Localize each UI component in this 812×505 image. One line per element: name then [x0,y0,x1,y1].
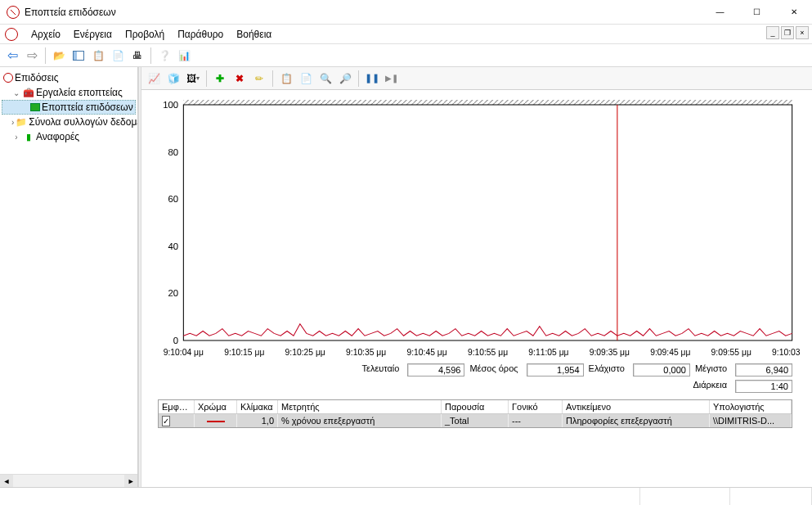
legend-row[interactable]: ✓ 1,0 % χρόνου επεξεργαστή _Total --- Πλ… [159,414,792,427]
tree-node2-label: Σύνολα συλλογών δεδομένων [29,116,138,128]
col-counter[interactable]: Μετρητής [278,400,442,413]
props-icon: 🔍 [320,73,332,84]
delete-counter-button[interactable]: ✖ [231,70,249,88]
tree-root[interactable]: Επιδόσεις [2,70,136,85]
step-icon: ▶❚ [385,74,398,83]
svg-text:9:10:35 μμ: 9:10:35 μμ [346,348,386,357]
counter-color-swatch [207,421,225,422]
counter-properties-button[interactable]: 🔍 [316,70,334,88]
update-button[interactable]: ▶❚ [383,70,401,88]
col-color[interactable]: Χρώμα [195,400,237,413]
row-counter: % χρόνου επεξεργαστή [278,414,442,427]
counter-legend[interactable]: Εμφάνι... Χρώμα Κλίμακα Μετρητής Παρουσί… [158,399,792,428]
freeze-button[interactable]: ❚❚ [363,70,381,88]
view-current-button[interactable]: 📈 [145,70,163,88]
col-computer[interactable]: Υπολογιστής [710,400,792,413]
row-instance: _Total [442,414,509,427]
highlight-button[interactable]: ✏ [250,70,268,88]
properties-button[interactable]: 📋 [89,47,107,65]
plus-icon: ✚ [216,73,224,84]
scroll-left-button[interactable]: ◄ [0,475,13,488]
tools-icon: 🧰 [23,87,34,98]
paste-button[interactable]: 📄 [297,70,315,88]
highlight-icon: ✏ [255,73,263,84]
sidebar: Επιδόσεις ⌄ 🧰 Εργαλεία εποπτείας Εποπτεί… [0,67,138,487]
chart-area: 0204060801009:10:04 μμ9:10:15 μμ9:10:25 … [141,90,812,487]
tree-data-collectors[interactable]: › 📁 Σύνολα συλλογών δεδομένων [2,115,136,129]
last-value: 4,596 [407,363,464,376]
col-object[interactable]: Αντικείμενο [563,400,710,413]
col-show[interactable]: Εμφάνι... [159,400,195,413]
svg-text:0: 0 [173,336,178,345]
menu-file[interactable]: Αρχείο [25,26,67,43]
content-pane: 📈 🧊 🖼▾ ✚ ✖ ✏ 📋 📄 🔍 🔎 ❚❚ ▶❚ 0204060801009… [141,67,812,487]
duration-value: 1:40 [735,380,792,393]
show-hide-tree-button[interactable] [70,47,87,65]
add-counter-button[interactable]: ✚ [211,70,229,88]
collapse-icon[interactable]: ⌄ [11,88,21,97]
expand-icon-2[interactable]: › [11,133,21,142]
open-button[interactable]: 📂 [50,47,68,65]
show-checkbox[interactable]: ✓ [162,416,170,426]
menu-window[interactable]: Παράθυρο [171,26,230,43]
tree-node1-child-label: Εποπτεία επιδόσεων [42,101,133,113]
tree-monitoring-tools[interactable]: ⌄ 🧰 Εργαλεία εποπτείας [2,85,136,100]
perf-root-icon [3,73,13,83]
cube-icon: 🧊 [168,73,180,84]
tree-root-label: Επιδόσεις [15,72,59,83]
tree-reports[interactable]: › ▮ Αναφορές [2,129,136,144]
svg-text:9:10:03 μμ: 9:10:03 μμ [772,348,801,357]
minimize-button[interactable]: — [702,0,738,24]
help-button[interactable]: ❔ [155,47,173,65]
svg-text:9:09:35 μμ: 9:09:35 μμ [590,348,630,357]
titlebar: Εποπτεία επιδόσεων — ☐ ✕ [0,0,812,25]
main-area: Επιδόσεις ⌄ 🧰 Εργαλεία εποπτείας Εποπτεί… [0,67,812,487]
scroll-right-button[interactable]: ► [124,475,137,488]
forward-button[interactable]: ⇨ [23,47,41,65]
col-scale[interactable]: Κλίμακα [237,400,278,413]
window-title: Εποπτεία επιδόσεων [25,7,116,18]
col-parent[interactable]: Γονικό [509,400,563,413]
back-button[interactable]: ⇦ [3,47,21,65]
col-instance[interactable]: Παρουσία [442,400,509,413]
svg-text:60: 60 [168,194,179,204]
viewlog-button[interactable]: 📊 [175,47,193,65]
min-label: Ελάχιστο [589,363,628,376]
mdi-minimize-button[interactable]: _ [766,26,779,39]
export-button[interactable]: 📄 [109,47,127,65]
last-label: Τελευταίο [361,363,402,376]
menubar: Αρχείο Ενέργεια Προβολή Παράθυρο Βοήθεια… [0,25,812,44]
maximize-button[interactable]: ☐ [738,0,775,24]
svg-text:9:10:55 μμ: 9:10:55 μμ [468,348,508,357]
print-button[interactable]: 🖶 [128,47,146,65]
zoom-button[interactable]: 🔎 [336,70,354,88]
expand-icon[interactable]: › [11,118,14,127]
menu-view[interactable]: Προβολή [119,26,171,43]
tree-node3-label: Αναφορές [36,131,79,142]
nav-tree[interactable]: Επιδόσεις ⌄ 🧰 Εργαλεία εποπτείας Εποπτεί… [0,67,137,147]
properties-icon: 📋 [92,50,105,61]
copy-button[interactable]: 📋 [277,70,295,88]
row-computer: \\DIMITRIS-D... [710,414,792,427]
svg-text:9:10:04 μμ: 9:10:04 μμ [164,348,204,357]
panel-icon [73,51,84,61]
back-icon: ⇦ [7,47,18,63]
svg-text:9:11:05 μμ: 9:11:05 μμ [528,348,568,357]
mdi-restore-button[interactable]: ❐ [781,26,794,39]
svg-text:9:10:45 μμ: 9:10:45 μμ [406,348,446,357]
main-toolbar: ⇦ ⇨ 📂 📋 📄 🖶 ❔ 📊 [0,44,812,67]
svg-rect-0 [183,100,792,105]
change-graph-button[interactable]: 🖼▾ [184,70,202,88]
menu-action[interactable]: Ενέργεια [67,26,119,43]
performance-chart[interactable]: 0204060801009:10:04 μμ9:10:15 μμ9:10:25 … [150,98,801,360]
svg-text:9:09:45 μμ: 9:09:45 μμ [650,348,690,357]
print-icon: 🖶 [132,50,142,61]
mdi-close-button[interactable]: × [796,26,809,39]
menu-help[interactable]: Βοήθεια [230,26,278,43]
sidebar-horizontal-scrollbar[interactable]: ◄ ► [0,474,137,487]
row-object: Πληροφορίες επεξεργαστή [563,414,710,427]
tree-performance-monitor[interactable]: Εποπτεία επιδόσεων [2,100,136,115]
close-button[interactable]: ✕ [775,0,812,24]
max-label: Μέγιστο [695,363,730,376]
view-log-button[interactable]: 🧊 [164,70,182,88]
